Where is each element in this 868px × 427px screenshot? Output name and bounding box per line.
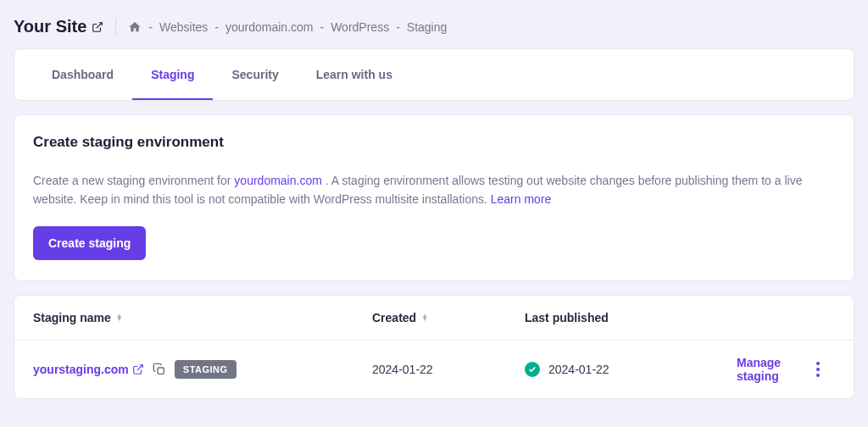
sort-icon: ▲▼: [421, 314, 428, 321]
table-row: yourstaging.com STAGING 2024-01-22 2024-…: [14, 341, 854, 398]
row-menu-button[interactable]: [801, 357, 835, 382]
external-link-icon: [132, 363, 144, 375]
column-created[interactable]: Created ▲▼: [372, 311, 525, 324]
breadcrumb: - Websites - yourdomain.com - WordPress …: [128, 20, 447, 34]
breadcrumb-separator: -: [148, 20, 153, 34]
domain-link[interactable]: yourdomain.com: [234, 174, 322, 187]
create-staging-card: Create staging environment Create a new …: [14, 114, 854, 281]
table-header-row: Staging name ▲▼ Created ▲▼ Last publishe…: [14, 296, 854, 341]
cell-created: 2024-01-22: [372, 363, 525, 376]
external-link-icon: [92, 21, 103, 33]
staging-domain-link[interactable]: yourstaging.com: [33, 363, 144, 376]
tab-dashboard[interactable]: Dashboard: [33, 49, 132, 100]
staging-badge: STAGING: [175, 360, 236, 379]
create-staging-button[interactable]: Create staging: [33, 226, 146, 260]
tab-security[interactable]: Security: [213, 49, 297, 100]
create-staging-panel: Create staging environment Create a new …: [14, 115, 854, 280]
sort-icon: ▲▼: [116, 314, 123, 321]
breadcrumb-separator: -: [320, 20, 324, 34]
page-header: Your Site - Websites - yourdomain.com - …: [0, 0, 868, 48]
cell-published: 2024-01-22: [525, 362, 737, 377]
panel-description: Create a new staging environment for you…: [33, 171, 835, 209]
column-label: Last published: [525, 311, 609, 324]
kebab-dot: [816, 374, 820, 377]
home-icon[interactable]: [128, 20, 142, 34]
column-last-published: Last published: [525, 311, 737, 324]
tab-bar: Dashboard Staging Security Learn with us: [14, 49, 854, 100]
copy-icon[interactable]: [153, 363, 166, 376]
tab-staging[interactable]: Staging: [132, 49, 213, 100]
site-title[interactable]: Your Site: [14, 17, 103, 36]
column-label: Created: [372, 311, 416, 324]
cell-action: Manage staging: [737, 356, 801, 383]
svg-line-1: [137, 365, 142, 370]
tab-learn[interactable]: Learn with us: [298, 49, 411, 100]
breadcrumb-separator: -: [396, 20, 400, 34]
published-date: 2024-01-22: [548, 363, 609, 376]
breadcrumb-wordpress[interactable]: WordPress: [331, 20, 389, 34]
svg-rect-2: [158, 368, 164, 374]
kebab-dot: [816, 362, 820, 365]
staging-domain-text: yourstaging.com: [33, 363, 129, 376]
learn-more-link[interactable]: Learn more: [491, 192, 552, 206]
kebab-dot: [816, 368, 820, 371]
staging-table-card: Staging name ▲▼ Created ▲▼ Last publishe…: [14, 295, 854, 399]
site-title-text: Your Site: [14, 17, 86, 36]
desc-text-pre: Create a new staging environment for: [33, 174, 234, 187]
breadcrumb-websites[interactable]: Websites: [159, 20, 208, 34]
breadcrumb-staging[interactable]: Staging: [407, 20, 447, 34]
panel-title: Create staging environment: [33, 134, 835, 151]
check-circle-icon: [525, 362, 540, 377]
column-staging-name[interactable]: Staging name ▲▼: [33, 311, 372, 324]
breadcrumb-separator: -: [214, 20, 219, 34]
svg-line-0: [97, 22, 102, 27]
breadcrumb-domain[interactable]: yourdomain.com: [225, 20, 314, 34]
cell-name: yourstaging.com STAGING: [33, 360, 372, 379]
column-label: Staging name: [33, 311, 111, 324]
manage-staging-link[interactable]: Manage staging: [737, 356, 781, 383]
tabs-card: Dashboard Staging Security Learn with us: [14, 48, 854, 101]
header-divider: [115, 18, 116, 36]
